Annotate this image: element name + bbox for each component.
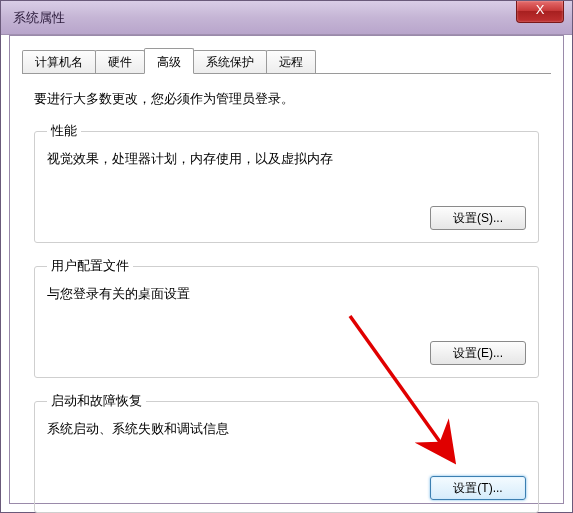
tabstrip: 计算机名 硬件 高级 系统保护 远程 — [22, 50, 551, 74]
startup-recovery-legend: 启动和故障恢复 — [47, 392, 146, 410]
performance-settings-button[interactable]: 设置(S)... — [430, 206, 526, 230]
startup-recovery-group: 启动和故障恢复 系统启动、系统失败和调试信息 设置(T)... — [34, 392, 539, 513]
user-profiles-group: 用户配置文件 与您登录有关的桌面设置 设置(E)... — [34, 257, 539, 378]
tab-underline — [22, 73, 551, 74]
tab-system-protection[interactable]: 系统保护 — [193, 50, 267, 74]
system-properties-window: 系统属性 X 计算机名 硬件 高级 系统保护 远程 要进行大多数更改，您必须作为… — [0, 0, 573, 513]
user-profiles-settings-button[interactable]: 设置(E)... — [430, 341, 526, 365]
startup-recovery-settings-button[interactable]: 设置(T)... — [430, 476, 526, 500]
performance-desc: 视觉效果，处理器计划，内存使用，以及虚拟内存 — [47, 150, 526, 168]
tab-advanced[interactable]: 高级 — [144, 48, 194, 74]
tab-remote[interactable]: 远程 — [266, 50, 316, 74]
performance-group: 性能 视觉效果，处理器计划，内存使用，以及虚拟内存 设置(S)... — [34, 122, 539, 243]
user-profiles-legend: 用户配置文件 — [47, 257, 133, 275]
window-title: 系统属性 — [13, 9, 65, 27]
intro-text: 要进行大多数更改，您必须作为管理员登录。 — [34, 90, 539, 108]
user-profiles-desc: 与您登录有关的桌面设置 — [47, 285, 526, 303]
client-area: 计算机名 硬件 高级 系统保护 远程 要进行大多数更改，您必须作为管理员登录。 … — [9, 35, 564, 504]
close-icon: X — [536, 2, 545, 17]
close-button[interactable]: X — [516, 1, 564, 23]
tab-computer-name[interactable]: 计算机名 — [22, 50, 96, 74]
tab-hardware[interactable]: 硬件 — [95, 50, 145, 74]
advanced-page: 要进行大多数更改，您必须作为管理员登录。 性能 视觉效果，处理器计划，内存使用，… — [34, 90, 539, 491]
performance-legend: 性能 — [47, 122, 81, 140]
startup-recovery-desc: 系统启动、系统失败和调试信息 — [47, 420, 526, 438]
titlebar[interactable]: 系统属性 X — [1, 1, 572, 35]
